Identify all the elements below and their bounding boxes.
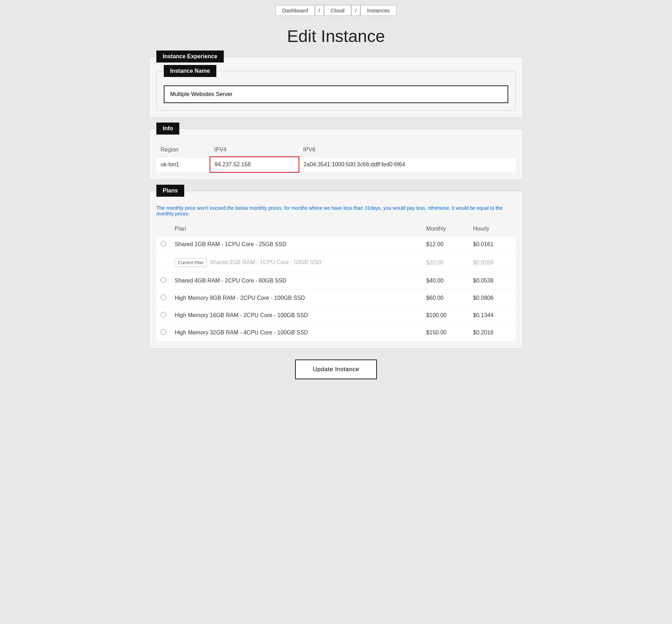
info-col-ipv4: IPV4 [210, 143, 299, 157]
plan-name-cell: Shared 4GB RAM - 2CPU Core - 80GB SSD [170, 272, 422, 290]
plan-name-text: Shared 4GB RAM - 2CPU Core - 80GB SSD [175, 278, 287, 284]
plan-name-cell: High Memory 32GB RAM - 4CPU Core - 100GB… [170, 324, 422, 341]
plan-radio-plan6[interactable] [161, 329, 166, 335]
instance-name-input[interactable] [164, 85, 508, 103]
plans-section: Plans The monthly price won't exceed the… [149, 191, 523, 349]
plan-row: High Memory 8GB RAM - 2CPU Core - 100GB … [156, 290, 516, 307]
plans-note-text: The monthly price won't exceed the below… [156, 205, 503, 211]
plan-monthly-price: $60.00 [422, 290, 469, 307]
breadcrumb-sep2: / [351, 5, 360, 16]
plan-row: Shared 4GB RAM - 2CPU Core - 80GB SSD$40… [156, 272, 516, 290]
plan-row: High Memory 32GB RAM - 4CPU Core - 100GB… [156, 324, 516, 341]
plan-name-text: High Memory 8GB RAM - 2CPU Core - 100GB … [175, 295, 305, 301]
instance-experience-label: Instance Experience [156, 50, 224, 63]
plan-radio-cell [156, 236, 170, 253]
breadcrumb: Dashboard / Cloud / Instances [0, 0, 672, 19]
plan-monthly-price: $40.00 [422, 272, 469, 290]
page-title: Edit Instance [0, 26, 672, 46]
breadcrumb-sep1: / [315, 5, 324, 16]
info-col-ipv6: IPV6 [299, 143, 516, 157]
plan-row: High Memory 16GB RAM - 2CPU Core - 100GB… [156, 307, 516, 324]
info-ipv6-value: 2a04:3541:1000:500:3c66:ddff:fed0:6f64 [299, 157, 516, 172]
info-section: Info Region IPV4 IPV6 uk-lon1 94.237.52.… [149, 129, 523, 180]
info-section-label: Info [156, 123, 179, 135]
plan-monthly-price: $100.00 [422, 307, 469, 324]
info-table-header-row: Region IPV4 IPV6 [156, 143, 516, 157]
plan-hourly-price: $0.1344 [469, 307, 516, 324]
plan-hourly-price: $0.2016 [469, 324, 516, 341]
plans-col-monthly: Monthly [422, 222, 469, 236]
info-table-row: uk-lon1 94.237.52.158 2a04:3541:1000:500… [156, 157, 516, 172]
update-instance-button[interactable]: Update Instance [295, 359, 377, 379]
plan-radio-cell [156, 253, 170, 272]
plan-monthly-price: $12.00 [422, 236, 469, 253]
plan-name-cell: Shared 1GB RAM - 1CPU Core - 25GB SSD [170, 236, 422, 253]
info-ipv4-value: 94.237.52.158 [210, 157, 299, 172]
instance-experience-section: Instance Experience Instance Name [149, 57, 523, 118]
breadcrumb-dashboard[interactable]: Dashboard [275, 5, 314, 16]
plan-name-text: High Memory 16GB RAM - 2CPU Core - 100GB… [175, 312, 308, 318]
plan-name-cell: Current PlanShared 2GB RAM - 1CPU Core -… [170, 253, 422, 272]
info-table: Region IPV4 IPV6 uk-lon1 94.237.52.158 2… [156, 143, 516, 173]
instance-name-label: Instance Name [164, 65, 216, 77]
plan-monthly-price: $150.00 [422, 324, 469, 341]
breadcrumb-instances[interactable]: Instances [360, 5, 396, 16]
plan-hourly-price: $0.0161 [469, 236, 516, 253]
plan-hourly-price: $0.0806 [469, 290, 516, 307]
plan-row: Current PlanShared 2GB RAM - 1CPU Core -… [156, 253, 516, 272]
plans-section-label: Plans [156, 185, 184, 197]
plan-name-text: Shared 2GB RAM - 1CPU Core - 50GB SSD [210, 259, 322, 265]
plan-hourly-price: $0.0269 [469, 253, 516, 272]
plans-col-plan: Plan [170, 222, 422, 236]
plan-monthly-price: $20.00 [422, 253, 469, 272]
plan-name-text: High Memory 32GB RAM - 4CPU Core - 100GB… [175, 329, 308, 335]
plan-radio-cell [156, 272, 170, 290]
plan-radio-cell [156, 307, 170, 324]
instance-name-section: Instance Name [156, 71, 516, 111]
breadcrumb-cloud[interactable]: Cloud [324, 5, 351, 16]
info-region-value: uk-lon1 [156, 157, 210, 172]
plan-radio-plan3[interactable] [161, 277, 166, 283]
plan-radio-plan1[interactable] [161, 241, 166, 246]
plans-header-row: Plan Monthly Hourly [156, 222, 516, 236]
info-col-region: Region [156, 143, 210, 157]
plan-name-cell: High Memory 8GB RAM - 2CPU Core - 100GB … [170, 290, 422, 307]
plans-col-radio [156, 222, 170, 236]
plans-col-hourly: Hourly [469, 222, 516, 236]
plan-row: Shared 1GB RAM - 1CPU Core - 25GB SSD$12… [156, 236, 516, 253]
plan-hourly-price: $0.0538 [469, 272, 516, 290]
plans-table: Plan Monthly Hourly Shared 1GB RAM - 1CP… [156, 222, 516, 341]
plans-note: The monthly price won't exceed the below… [156, 205, 516, 216]
plan-radio-cell [156, 290, 170, 307]
update-button-wrapper: Update Instance [149, 359, 523, 379]
plans-note-period: . [188, 211, 190, 216]
current-plan-badge: Current Plan [175, 258, 207, 267]
plan-radio-cell [156, 324, 170, 341]
plan-name-cell: High Memory 16GB RAM - 2CPU Core - 100GB… [170, 307, 422, 324]
plan-radio-plan5[interactable] [161, 312, 166, 317]
plans-note-link[interactable]: monthly prices [156, 211, 188, 216]
plan-name-text: Shared 1GB RAM - 1CPU Core - 25GB SSD [175, 241, 287, 247]
plan-radio-plan4[interactable] [161, 295, 166, 300]
